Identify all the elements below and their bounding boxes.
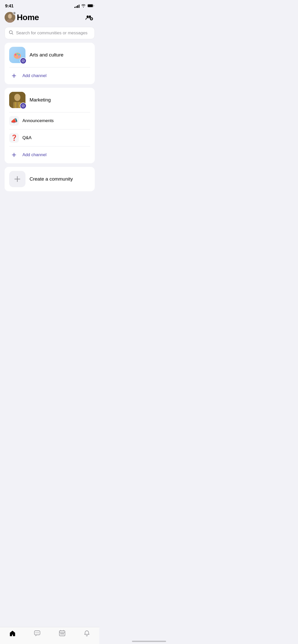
arts-community-icon-wrap [9,47,25,63]
svg-point-13 [18,54,20,56]
announcements-icon: 📣 [9,116,19,126]
avatar-status-indicator [13,11,16,15]
marketing-community-name: Marketing [30,97,51,103]
arts-add-channel-icon [9,71,19,81]
main-content: Arts and culture Add channel [0,43,99,218]
svg-rect-22 [18,102,20,108]
arts-add-channel-label: Add channel [22,73,47,78]
marketing-community-badge [20,103,26,109]
svg-point-5 [8,14,11,18]
qanda-icon: ❓ [9,133,19,143]
marketing-community-icon-wrap [9,92,25,108]
svg-rect-1 [88,5,93,7]
marketing-add-channel-label: Add channel [22,152,47,157]
announcements-channel[interactable]: 📣 Announcements [5,112,95,129]
page-title: Home [17,13,39,22]
arts-community-badge [20,57,26,64]
svg-point-6 [87,16,89,18]
status-icons [74,4,94,8]
marketing-add-channel[interactable]: Add channel [5,147,95,163]
search-bar[interactable]: Search for communities or messages [5,27,95,39]
announcements-label: Announcements [22,118,54,123]
header-left: Home [5,12,39,23]
search-icon [9,30,13,36]
avatar[interactable] [5,12,15,23]
arts-community-name: Arts and culture [30,52,63,58]
marketing-add-channel-icon [9,150,19,160]
svg-point-15 [16,56,18,57]
create-community-button[interactable]: Create a community [5,167,95,191]
new-group-button[interactable] [84,12,95,23]
create-community-card: Create a community [5,167,95,191]
svg-point-12 [17,53,18,55]
battery-icon [87,4,94,8]
qanda-label: Q&A [22,135,32,140]
marketing-community-header[interactable]: Marketing [5,88,95,112]
search-input[interactable]: Search for communities or messages [16,31,88,36]
qanda-channel[interactable]: ❓ Q&A [5,129,95,146]
create-community-icon [9,171,25,187]
arts-community-header[interactable]: Arts and culture [5,43,95,67]
search-container: Search for communities or messages [0,25,99,43]
signal-icon [74,5,79,8]
svg-point-11 [15,54,17,56]
status-time: 9:41 [5,4,13,9]
svg-point-7 [89,16,91,18]
svg-rect-21 [15,102,16,108]
create-community-label: Create a community [30,176,73,182]
community-card-marketing: Marketing 📣 Announcements ❓ Q&A Add [5,88,95,163]
arts-add-channel[interactable]: Add channel [5,67,95,84]
community-card-arts: Arts and culture Add channel [5,43,95,84]
svg-point-19 [14,94,20,101]
header: Home [0,10,99,25]
status-bar: 9:41 [0,0,99,10]
wifi-icon [81,4,86,8]
